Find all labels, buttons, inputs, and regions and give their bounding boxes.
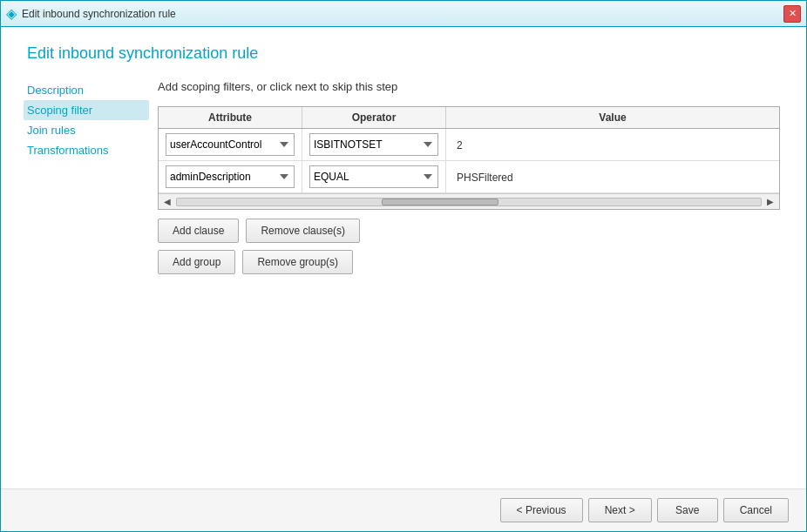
page-title: Edit inbound synchronization rule [27,44,780,63]
scroll-thumb [382,199,498,205]
table-row: userAccountControl ISBITNOTSET 2 [159,129,779,161]
right-panel: Add scoping filters, or click next to sk… [149,71,806,488]
col-header-value: Value [446,107,779,128]
row2-value: PHSFiltered [453,170,517,185]
row1-value-cell: 2 [446,134,779,156]
app-icon: ◈ [6,5,17,22]
title-bar-left: ◈ Edit inbound synchronization rule [6,5,176,22]
page-header: Edit inbound synchronization rule [1,27,806,71]
cancel-button[interactable]: Cancel [723,498,789,522]
sidebar-item-scoping-filter[interactable]: Scoping filter [24,100,149,120]
sidebar-item-transformations[interactable]: Transformations [27,140,149,160]
add-clause-button[interactable]: Add clause [158,219,239,243]
main-window: ◈ Edit inbound synchronization rule ✕ Ed… [0,0,807,532]
scroll-track[interactable] [176,198,762,206]
row1-value: 2 [453,138,466,153]
content-area: Edit inbound synchronization rule Descri… [1,27,806,488]
previous-button[interactable]: < Previous [500,498,583,522]
col-header-attribute: Attribute [159,107,302,128]
next-button[interactable]: Next > [588,498,652,522]
title-bar-text: Edit inbound synchronization rule [22,8,176,20]
close-button[interactable]: ✕ [783,5,801,23]
remove-clauses-button[interactable]: Remove clause(s) [246,219,360,243]
sidebar-item-join-rules[interactable]: Join rules [27,120,149,140]
sidebar: Description Scoping filter Join rules Tr… [1,71,149,488]
table-row: adminDescription EQUAL PHSFiltered [159,161,779,193]
bottom-bar: < Previous Next > Save Cancel [1,488,806,531]
row1-attribute-cell: userAccountControl [159,129,302,160]
row1-operator-cell: ISBITNOTSET [302,129,446,160]
scroll-left-arrow[interactable]: ◀ [160,197,174,206]
row2-attribute-select[interactable]: adminDescription [166,165,295,188]
main-content: Description Scoping filter Join rules Tr… [1,71,806,488]
col-header-operator: Operator [302,107,446,128]
filter-table: Attribute Operator Value userAccountCont… [158,106,780,210]
save-button[interactable]: Save [657,498,718,522]
row2-attribute-cell: adminDescription [159,161,302,192]
add-group-button[interactable]: Add group [158,250,235,274]
row1-attribute-select[interactable]: userAccountControl [166,133,295,156]
clause-button-row: Add clause Remove clause(s) [158,219,780,243]
sidebar-item-description[interactable]: Description [27,80,149,100]
row2-operator-cell: EQUAL [302,161,446,192]
group-button-row: Add group Remove group(s) [158,250,780,274]
row2-value-cell: PHSFiltered [446,166,779,188]
table-header: Attribute Operator Value [159,107,779,129]
scroll-right-arrow[interactable]: ▶ [763,197,777,206]
row2-operator-select[interactable]: EQUAL [309,165,438,188]
row1-operator-select[interactable]: ISBITNOTSET [309,133,438,156]
step-instruction: Add scoping filters, or click next to sk… [158,80,780,93]
title-bar: ◈ Edit inbound synchronization rule ✕ [1,1,806,27]
remove-groups-button[interactable]: Remove group(s) [242,250,353,274]
horizontal-scrollbar: ◀ ▶ [159,193,779,209]
